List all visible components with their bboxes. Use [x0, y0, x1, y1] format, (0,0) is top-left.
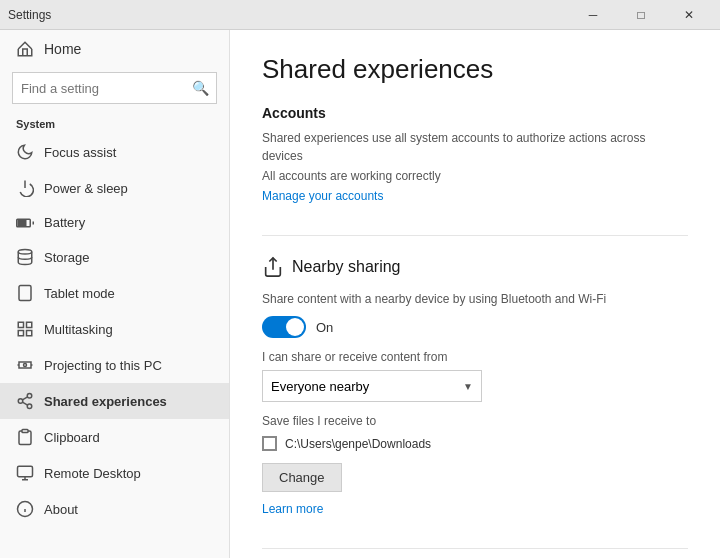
sidebar-label-battery: Battery: [44, 215, 85, 230]
sidebar-label-shared-experiences: Shared experiences: [44, 394, 167, 409]
learn-more-link[interactable]: Learn more: [262, 502, 323, 516]
nearby-sharing-icon: [262, 256, 284, 278]
share-from-label: I can share or receive content from: [262, 350, 688, 364]
chevron-down-icon: ▼: [463, 381, 473, 392]
sidebar-item-about[interactable]: About: [0, 491, 229, 527]
sidebar-label-remote-desktop: Remote Desktop: [44, 466, 141, 481]
section-divider-2: [262, 548, 688, 549]
home-label: Home: [44, 41, 81, 57]
search-icon: 🔍: [192, 80, 209, 96]
moon-icon: [16, 143, 34, 161]
remote-icon: [16, 464, 34, 482]
section-divider-1: [262, 235, 688, 236]
nearby-sharing-title: Nearby sharing: [292, 258, 401, 276]
svg-rect-9: [18, 331, 23, 336]
sidebar-label-power-sleep: Power & sleep: [44, 181, 128, 196]
svg-rect-5: [19, 286, 31, 301]
sidebar-section-label: System: [0, 112, 229, 134]
share-icon: [16, 392, 34, 410]
save-path-value: C:\Users\genpe\Downloads: [285, 437, 431, 451]
accounts-heading: Accounts: [262, 105, 688, 121]
titlebar: Settings ─ □ ✕: [0, 0, 720, 30]
battery-icon: [16, 216, 34, 230]
sidebar-label-clipboard: Clipboard: [44, 430, 100, 445]
power-icon: [16, 179, 34, 197]
sidebar: Home 🔍 System Focus assist Power & sleep…: [0, 30, 230, 558]
sidebar-item-projecting[interactable]: Projecting to this PC: [0, 347, 229, 383]
nearby-sharing-toggle-row: On: [262, 316, 688, 338]
maximize-button[interactable]: □: [618, 0, 664, 30]
content-area: Home 🔍 System Focus assist Power & sleep…: [0, 30, 720, 558]
sidebar-item-tablet-mode[interactable]: Tablet mode: [0, 275, 229, 311]
sidebar-item-storage[interactable]: Storage: [0, 239, 229, 275]
svg-line-15: [22, 402, 27, 405]
svg-rect-8: [27, 322, 32, 327]
toggle-knob: [286, 318, 304, 336]
sidebar-item-focus-assist[interactable]: Focus assist: [0, 134, 229, 170]
titlebar-controls: ─ □ ✕: [570, 0, 712, 30]
sidebar-label-projecting: Projecting to this PC: [44, 358, 162, 373]
nearby-sharing-toggle[interactable]: [262, 316, 306, 338]
svg-rect-7: [18, 322, 23, 327]
svg-rect-17: [22, 430, 28, 433]
accounts-description: Shared experiences use all system accoun…: [262, 129, 688, 165]
multitask-icon: [16, 320, 34, 338]
svg-line-16: [22, 397, 27, 400]
sidebar-label-multitasking: Multitasking: [44, 322, 113, 337]
nearby-sharing-description: Share content with a nearby device by us…: [262, 290, 688, 308]
svg-point-14: [27, 404, 32, 409]
save-path-row: C:\Users\genpe\Downloads: [262, 436, 688, 451]
page-title: Shared experiences: [262, 54, 688, 85]
svg-point-13: [18, 399, 23, 404]
sidebar-label-focus-assist: Focus assist: [44, 145, 116, 160]
main-content: Shared experiences Accounts Shared exper…: [230, 30, 720, 558]
search-input[interactable]: [12, 72, 217, 104]
save-files-label: Save files I receive to: [262, 414, 688, 428]
sidebar-item-battery[interactable]: Battery: [0, 206, 229, 239]
svg-rect-18: [18, 466, 33, 477]
close-button[interactable]: ✕: [666, 0, 712, 30]
accounts-status: All accounts are working correctly: [262, 169, 688, 183]
save-path-checkbox[interactable]: [262, 436, 277, 451]
sidebar-label-about: About: [44, 502, 78, 517]
nearby-sharing-toggle-label: On: [316, 320, 333, 335]
sidebar-item-multitasking[interactable]: Multitasking: [0, 311, 229, 347]
home-icon: [16, 40, 34, 58]
sidebar-search[interactable]: 🔍: [12, 72, 217, 104]
projector-icon: [16, 356, 34, 374]
storage-icon: [16, 248, 34, 266]
sidebar-item-power-sleep[interactable]: Power & sleep: [0, 170, 229, 206]
manage-accounts-link[interactable]: Manage your accounts: [262, 189, 383, 203]
tablet-icon: [16, 284, 34, 302]
sidebar-item-shared-experiences[interactable]: Shared experiences: [0, 383, 229, 419]
save-files-section: Save files I receive to C:\Users\genpe\D…: [262, 414, 688, 500]
sidebar-item-remote-desktop[interactable]: Remote Desktop: [0, 455, 229, 491]
nearby-sharing-heading-row: Nearby sharing: [262, 256, 688, 278]
sidebar-label-storage: Storage: [44, 250, 90, 265]
dropdown-selected-value: Everyone nearby: [271, 379, 369, 394]
share-from-dropdown[interactable]: Everyone nearby ▼: [262, 370, 482, 402]
titlebar-title: Settings: [8, 8, 570, 22]
svg-point-12: [27, 394, 32, 399]
svg-rect-10: [27, 331, 32, 336]
sidebar-item-clipboard[interactable]: Clipboard: [0, 419, 229, 455]
svg-rect-3: [18, 220, 26, 225]
svg-point-4: [18, 250, 32, 255]
sidebar-item-home[interactable]: Home: [0, 30, 229, 68]
change-button[interactable]: Change: [262, 463, 342, 492]
clipboard-icon: [16, 428, 34, 446]
minimize-button[interactable]: ─: [570, 0, 616, 30]
info-icon: [16, 500, 34, 518]
svg-point-11: [24, 364, 27, 367]
sidebar-label-tablet-mode: Tablet mode: [44, 286, 115, 301]
